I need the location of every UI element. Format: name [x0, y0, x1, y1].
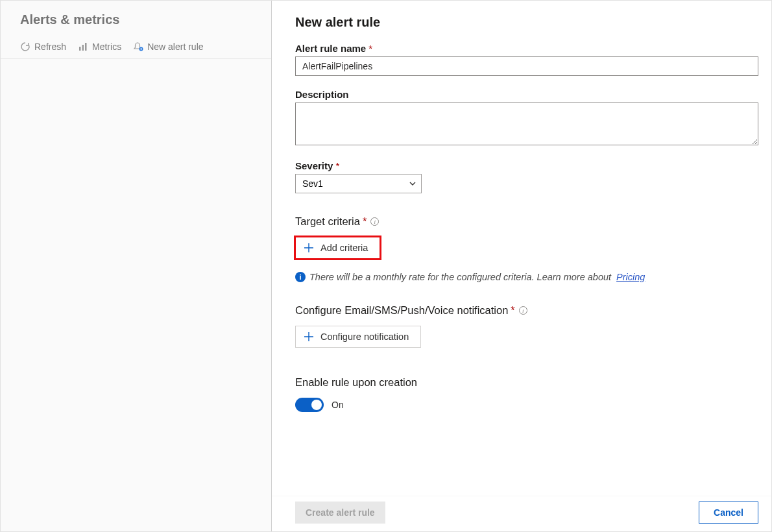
- metrics-button[interactable]: Metrics: [78, 42, 121, 52]
- severity-select[interactable]: [295, 174, 422, 193]
- add-criteria-label: Add criteria: [320, 243, 368, 253]
- target-criteria-label: Target criteria * i: [295, 215, 758, 228]
- refresh-label: Refresh: [34, 42, 66, 52]
- svg-rect-1: [82, 45, 84, 51]
- plus-icon: [304, 243, 314, 253]
- left-panel: Alerts & metrics Refresh Metrics: [1, 1, 272, 531]
- required-asterisk: *: [368, 43, 372, 54]
- description-textarea[interactable]: [295, 103, 758, 145]
- new-alert-rule-label: New alert rule: [147, 42, 203, 52]
- severity-label: Severity *: [295, 160, 758, 171]
- create-alert-rule-button[interactable]: Create alert rule: [295, 502, 385, 524]
- configure-notification-label: Configure notification: [320, 332, 409, 342]
- metrics-label: Metrics: [92, 42, 121, 52]
- description-label: Description: [295, 89, 758, 100]
- enable-rule-label: Enable rule upon creation: [295, 376, 758, 389]
- alert-plus-icon: [133, 42, 143, 52]
- left-panel-title: Alerts & metrics: [1, 12, 271, 35]
- new-alert-rule-button[interactable]: New alert rule: [133, 42, 203, 52]
- page-title: New alert rule: [295, 15, 758, 30]
- alert-rule-name-label: Alert rule name *: [295, 43, 758, 54]
- alert-rule-name-input[interactable]: [295, 56, 758, 76]
- required-asterisk: *: [511, 304, 514, 317]
- main-panel: New alert rule Alert rule name * Descrip…: [272, 1, 771, 531]
- field-severity: Severity *: [295, 160, 758, 193]
- field-alert-rule-name: Alert rule name *: [295, 43, 758, 76]
- info-icon[interactable]: i: [370, 217, 379, 226]
- info-badge-icon: i: [295, 272, 306, 282]
- plus-icon: [304, 332, 314, 342]
- toggle-knob: [311, 400, 322, 410]
- cancel-button[interactable]: Cancel: [699, 502, 758, 524]
- svg-rect-2: [85, 43, 87, 51]
- pricing-link[interactable]: Pricing: [616, 272, 645, 282]
- enable-rule-toggle-row: On: [295, 398, 758, 412]
- footer: Create alert rule Cancel: [272, 496, 771, 531]
- pricing-info: i There will be a monthly rate for the c…: [295, 272, 758, 282]
- form-area: New alert rule Alert rule name * Descrip…: [272, 1, 771, 496]
- bar-chart-icon: [78, 42, 88, 52]
- configure-notification-button[interactable]: Configure notification: [295, 326, 421, 348]
- info-icon[interactable]: i: [519, 306, 527, 315]
- enable-rule-toggle[interactable]: [295, 398, 324, 412]
- configure-notification-label: Configure Email/SMS/Push/Voice notificat…: [295, 304, 758, 317]
- refresh-icon: [20, 42, 30, 52]
- left-toolbar: Refresh Metrics New alert rule: [1, 35, 271, 59]
- svg-rect-0: [79, 47, 81, 51]
- add-criteria-button[interactable]: Add criteria: [295, 237, 380, 259]
- required-asterisk: *: [335, 160, 339, 171]
- field-description: Description: [295, 89, 758, 147]
- required-asterisk: *: [363, 215, 367, 228]
- refresh-button[interactable]: Refresh: [20, 42, 66, 52]
- toggle-state-label: On: [332, 400, 344, 410]
